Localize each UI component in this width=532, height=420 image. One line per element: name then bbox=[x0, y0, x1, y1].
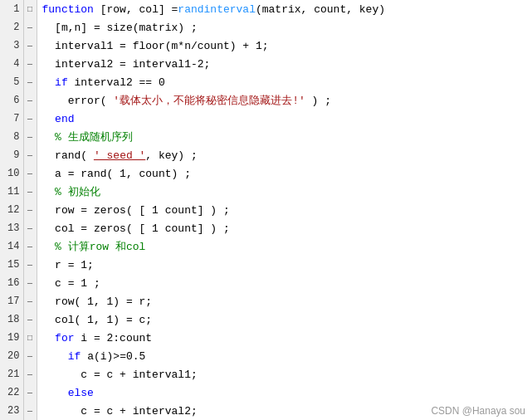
fold-indicator[interactable]: — bbox=[23, 201, 37, 219]
fold-indicator[interactable]: □ bbox=[23, 329, 37, 347]
table-row: 5— if interval2 == 0 bbox=[0, 73, 532, 91]
code-line: c = c + interval1; bbox=[37, 365, 532, 383]
code-line: if interval2 == 0 bbox=[37, 73, 532, 91]
fold-indicator[interactable]: — bbox=[23, 73, 37, 91]
code-editor: 1□function [row, col] =randinterval(matr… bbox=[0, 0, 532, 420]
code-token: col = zeros( [ 1 count] ) ; bbox=[42, 222, 230, 235]
code-token: row( 1, 1) = r; bbox=[42, 295, 153, 308]
fold-indicator[interactable]: — bbox=[23, 37, 37, 55]
code-line: % 生成随机序列 bbox=[37, 128, 532, 146]
code-token: , key) ; bbox=[145, 149, 197, 162]
fold-indicator[interactable]: — bbox=[23, 164, 37, 183]
table-row: 13— col = zeros( [ 1 count] ) ; bbox=[0, 219, 532, 237]
line-number: 20 bbox=[0, 347, 23, 365]
table-row: 22— else bbox=[0, 383, 532, 402]
fold-indicator[interactable]: — bbox=[23, 365, 37, 383]
code-line: col = zeros( [ 1 count] ) ; bbox=[37, 219, 532, 237]
line-number: 17 bbox=[0, 292, 23, 310]
fold-indicator[interactable]: — bbox=[23, 310, 37, 329]
fold-indicator[interactable]: — bbox=[23, 292, 37, 310]
fold-indicator[interactable]: — bbox=[23, 347, 37, 365]
code-token: (matrix, count, key) bbox=[256, 3, 385, 16]
table-row: 15— r = 1; bbox=[0, 256, 532, 274]
code-line: interval2 = interval1-2; bbox=[37, 55, 532, 73]
table-row: 11— % 初始化 bbox=[0, 183, 532, 201]
code-line: error( '载体太小，不能将秘密信息隐藏进去!' ) ; bbox=[37, 91, 532, 110]
fold-indicator[interactable]: — bbox=[23, 183, 37, 201]
code-token: [m,n] = size(matrix) ; bbox=[42, 22, 198, 34]
code-token: '_seed_' bbox=[94, 149, 145, 162]
code-token bbox=[42, 332, 56, 344]
table-row: 4— interval2 = interval1-2; bbox=[0, 55, 532, 73]
fold-indicator[interactable]: □ bbox=[23, 0, 37, 18]
code-line: c = 1 ; bbox=[37, 274, 532, 292]
code-token: for bbox=[55, 332, 74, 344]
line-number: 18 bbox=[0, 310, 23, 329]
table-row: 20— if a(i)>=0.5 bbox=[0, 347, 532, 365]
table-row: 16— c = 1 ; bbox=[0, 274, 532, 292]
code-line: function [row, col] =randinterval(matrix… bbox=[37, 0, 532, 18]
line-number: 11 bbox=[0, 183, 23, 201]
fold-indicator[interactable]: — bbox=[23, 18, 37, 37]
line-number: 21 bbox=[0, 365, 23, 383]
table-row: 8— % 生成随机序列 bbox=[0, 128, 532, 146]
code-table: 1□function [row, col] =randinterval(matr… bbox=[0, 0, 532, 420]
line-number: 22 bbox=[0, 383, 23, 402]
fold-indicator[interactable]: — bbox=[23, 55, 37, 73]
fold-indicator[interactable]: — bbox=[23, 383, 37, 402]
table-row: 18— col( 1, 1) = c; bbox=[0, 310, 532, 329]
line-number: 6 bbox=[0, 91, 23, 110]
code-line: [m,n] = size(matrix) ; bbox=[37, 18, 532, 37]
code-token bbox=[42, 76, 56, 89]
code-token: function bbox=[42, 3, 100, 16]
table-row: 17— row( 1, 1) = r; bbox=[0, 292, 532, 310]
table-row: 7— end bbox=[0, 110, 532, 128]
line-number: 2 bbox=[0, 18, 23, 37]
code-line: rand( '_seed_', key) ; bbox=[37, 146, 532, 164]
code-token bbox=[42, 113, 56, 125]
fold-indicator[interactable]: — bbox=[23, 146, 37, 164]
code-token: c = c + interval1; bbox=[42, 369, 198, 381]
code-token: else bbox=[68, 387, 94, 399]
code-token: end bbox=[55, 113, 74, 125]
fold-indicator[interactable]: — bbox=[23, 256, 37, 274]
code-token: row = zeros( [ 1 count] ) ; bbox=[42, 204, 230, 217]
code-token: error( bbox=[42, 95, 114, 107]
code-token: if bbox=[68, 350, 81, 363]
code-line: interval1 = floor(m*n/count) + 1; bbox=[37, 37, 532, 55]
code-token: interval2 == 0 bbox=[68, 76, 165, 89]
code-line: row = zeros( [ 1 count] ) ; bbox=[37, 201, 532, 219]
line-number: 4 bbox=[0, 55, 23, 73]
fold-indicator[interactable]: — bbox=[23, 91, 37, 110]
table-row: 14— % 计算row 和col bbox=[0, 237, 532, 256]
code-line: row( 1, 1) = r; bbox=[37, 292, 532, 310]
code-line: if a(i)>=0.5 bbox=[37, 347, 532, 365]
table-row: 21— c = c + interval1; bbox=[0, 365, 532, 383]
table-row: 9— rand( '_seed_', key) ; bbox=[0, 146, 532, 164]
fold-indicator[interactable]: — bbox=[23, 128, 37, 146]
fold-indicator[interactable]: — bbox=[23, 110, 37, 128]
table-row: 6— error( '载体太小，不能将秘密信息隐藏进去!' ) ; bbox=[0, 91, 532, 110]
code-token: if bbox=[55, 76, 68, 89]
fold-indicator[interactable]: — bbox=[23, 237, 37, 256]
fold-indicator[interactable]: — bbox=[23, 274, 37, 292]
line-number: 10 bbox=[0, 164, 23, 183]
fold-indicator[interactable]: — bbox=[23, 402, 37, 420]
line-number: 7 bbox=[0, 110, 23, 128]
fold-indicator[interactable]: — bbox=[23, 219, 37, 237]
code-token: randinterval bbox=[178, 3, 256, 16]
table-row: 1□function [row, col] =randinterval(matr… bbox=[0, 0, 532, 18]
line-number: 16 bbox=[0, 274, 23, 292]
line-number: 12 bbox=[0, 201, 23, 219]
code-token: ) ; bbox=[305, 95, 331, 107]
line-number: 13 bbox=[0, 219, 23, 237]
code-line: % 初始化 bbox=[37, 183, 532, 201]
watermark: CSDN @Hanaya sou bbox=[431, 405, 525, 417]
table-row: 2— [m,n] = size(matrix) ; bbox=[0, 18, 532, 37]
line-number: 23 bbox=[0, 402, 23, 420]
code-line: r = 1; bbox=[37, 256, 532, 274]
code-token: r = 1; bbox=[42, 259, 94, 271]
table-row: 19□ for i = 2:count bbox=[0, 329, 532, 347]
table-row: 3— interval1 = floor(m*n/count) + 1; bbox=[0, 37, 532, 55]
line-number: 3 bbox=[0, 37, 23, 55]
